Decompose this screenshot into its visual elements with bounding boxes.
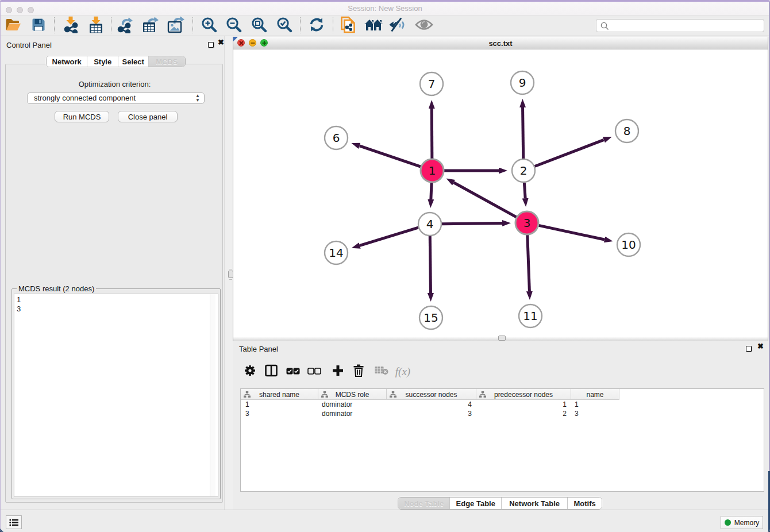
graph-node-1[interactable]: 1 [421,159,444,182]
graph-edge-3-1[interactable] [454,183,517,217]
graph-node-10[interactable]: 10 [617,233,640,256]
tab-node-table[interactable]: Node Table [398,498,450,509]
hide-selected-eye-slash-icon[interactable] [389,17,407,34]
criterion-select[interactable]: strongly connected component ▲▼ [27,92,205,104]
close-panel-button[interactable]: Close panel [118,111,178,122]
result-scrollbar[interactable] [210,294,215,496]
table-panel-close-icon[interactable]: ✖ [757,342,764,350]
table-row[interactable]: 1dominator411 [241,400,619,409]
toolbar-separator [333,17,333,33]
node-table[interactable]: shared nameMCDS rolesuccessor nodesprede… [240,388,764,492]
export-network-icon[interactable] [117,16,134,36]
graph-edge-4-15[interactable] [430,236,430,293]
home-reset-icon[interactable] [364,18,383,34]
vertical-split-divider[interactable] [224,36,233,510]
control-panel-float-icon[interactable] [208,42,214,48]
mcds-panel: Optimization criterion: strongly connect… [5,64,223,503]
column-header-shared-name[interactable]: shared name [241,389,318,400]
graph-node-6[interactable]: 6 [325,126,348,149]
window-left-border [0,2,1,532]
toolbar-separator [300,17,301,33]
mcds-result-line: 1 [17,295,218,304]
mcds-result-text[interactable]: 13 [14,294,218,497]
table-cell: 3 [571,409,619,418]
graph-node-14[interactable]: 14 [325,241,348,264]
control-panel-close-icon[interactable]: ✖ [218,38,224,47]
tab-mcds[interactable]: MCDS [149,56,185,67]
memory-button[interactable]: Memory [721,516,763,529]
zoom-in-icon[interactable] [201,17,217,35]
graph-edge-2-3[interactable] [524,183,525,198]
table-panel-float-icon[interactable] [746,346,752,352]
table-settings-gear-icon[interactable] [244,364,256,379]
new-network-from-selection-icon[interactable] [341,16,356,36]
svg-text:8: 8 [623,124,631,138]
graph-edge-3-11[interactable] [528,235,530,291]
show-all-eye-icon[interactable] [415,18,433,34]
column-header-MCDS-role[interactable]: MCDS role [318,389,387,400]
task-history-button[interactable] [6,515,22,529]
delete-column-trash-icon[interactable] [353,364,364,379]
zoom-out-icon[interactable] [226,17,242,35]
zoom-selected-icon[interactable] [276,17,292,35]
tab-edge-table[interactable]: Edge Table [450,498,502,509]
graph-node-11[interactable]: 11 [519,304,542,327]
graph-node-7[interactable]: 7 [420,72,443,95]
graph-node-3[interactable]: 3 [515,211,538,234]
table-cell: 1 [571,400,619,409]
create-column-plus-icon[interactable] [332,365,344,379]
task-list-icon [9,519,18,526]
graph-node-4[interactable]: 4 [418,213,441,236]
graph-edge-4-14[interactable] [360,228,418,245]
show-column-panel-icon[interactable] [265,364,278,379]
graph-node-15[interactable]: 15 [419,306,442,329]
graph-edge-3-10[interactable] [539,225,605,240]
toolbar-separator [111,17,111,33]
column-header-label: predecessor nodes [494,391,553,399]
criterion-value: strongly connected component [34,94,136,102]
import-table-icon[interactable] [88,16,104,35]
column-header-label: name [586,391,603,399]
tab-style[interactable]: Style [87,56,118,67]
graph-edge-4-3[interactable] [442,223,502,224]
memory-status-icon [725,519,731,526]
svg-text:14: 14 [329,246,343,260]
graph-node-9[interactable]: 9 [511,71,534,94]
delete-table-icon[interactable] [375,366,388,377]
deselect-all-rows-icon[interactable] [307,367,321,377]
run-mcds-button[interactable]: Run MCDS [55,111,109,122]
import-network-icon[interactable] [63,16,79,35]
control-panel: Control Panel ✖ Optimization criterion: … [1,36,224,510]
refresh-icon[interactable] [309,17,325,35]
graph-edge-2-8[interactable] [535,140,604,166]
search-input[interactable] [596,19,764,32]
tab-motifs[interactable]: Motifs [568,498,602,509]
graph-node-2[interactable]: 2 [512,159,535,182]
svg-text:3: 3 [523,216,531,230]
open-session-icon[interactable] [5,17,22,34]
tab-network-table[interactable]: Network Table [502,498,568,509]
function-builder-icon: f(x) [395,365,410,378]
export-table-icon[interactable] [142,16,159,36]
graph-edge-1-7[interactable] [432,109,432,159]
graph-edge-1-4[interactable] [431,183,432,199]
column-header-predecessor-nodes[interactable]: predecessor nodes [476,389,571,400]
tab-network[interactable]: Network [47,56,87,67]
tab-select[interactable]: Select [118,56,149,67]
network-canvas[interactable]: 1234678910111415 [233,49,768,341]
column-header-successor-nodes[interactable]: successor nodes [387,389,476,400]
graph-node-8[interactable]: 8 [615,119,638,142]
graph-edge-1-6[interactable] [360,146,421,167]
optimization-criterion-label: Optimization criterion: [6,80,224,88]
select-all-rows-icon[interactable] [286,367,300,377]
save-session-icon[interactable] [32,17,46,34]
horizontal-split-grip[interactable] [498,336,506,341]
table-row[interactable]: 3dominator323 [241,409,619,418]
control-panel-title: Control Panel [6,41,52,49]
export-image-icon[interactable] [167,16,184,36]
network-window-titlebar[interactable]: scc.txt [233,37,768,49]
svg-text:4: 4 [426,217,434,231]
zoom-fit-icon[interactable] [251,17,267,35]
graph-edge-2-9[interactable] [523,107,523,159]
column-header-name[interactable]: name [571,389,619,400]
